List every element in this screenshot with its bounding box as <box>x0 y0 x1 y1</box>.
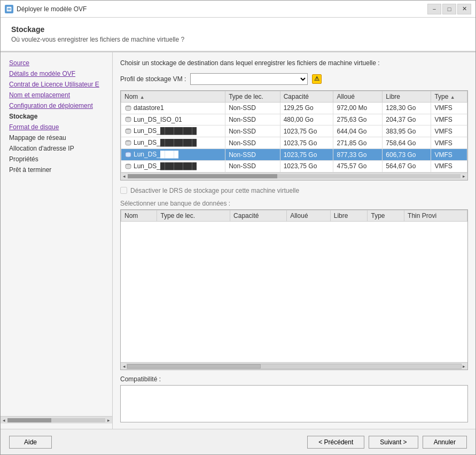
bank-col-thin[interactable]: Thin Provi <box>404 210 467 221</box>
lower-scrollbar[interactable]: ◂ ▸ <box>121 362 467 370</box>
sidebar-item-pret-terminer: Prêt à terminer <box>1 164 112 175</box>
cell-allocated: 972,00 Mo <box>333 102 383 114</box>
cell-free: 606,73 Go <box>383 149 431 161</box>
cell-dtype: VMFS <box>431 114 467 125</box>
sidebar-item-ovf-details[interactable]: Détails de modèle OVF <box>1 68 112 79</box>
svg-rect-0 <box>6 6 12 12</box>
cell-dtype: VMFS <box>431 102 467 114</box>
table-row[interactable]: Lun_DS_████████ Non-SSD 1023,75 Go 475,5… <box>121 160 467 172</box>
bank-col-free[interactable]: Libre <box>330 210 368 221</box>
bank-section-label: Sélectionner une banque de données : <box>120 200 468 207</box>
page-title: Stockage <box>11 25 465 34</box>
cell-dtype: VMFS <box>431 137 467 149</box>
table-row[interactable]: Lun_DS_████████ Non-SSD 1023,75 Go 644,0… <box>121 125 467 137</box>
upper-scroll-left[interactable]: ◂ <box>122 174 127 179</box>
scroll-right-arrow[interactable]: ▸ <box>106 418 111 423</box>
cell-name: Lun_DS_████████ <box>121 137 225 149</box>
cell-type: Non-SSD <box>225 114 280 125</box>
col-header-type[interactable]: Type de lec. <box>225 91 280 102</box>
sidebar-item-source[interactable]: Source <box>1 58 112 68</box>
col-header-free[interactable]: Libre <box>383 91 431 102</box>
cell-allocated: 877,33 Go <box>333 149 383 161</box>
table-row[interactable]: Lun_DS_████████ Non-SSD 1023,75 Go 271,8… <box>121 137 467 149</box>
cancel-button[interactable]: Annuler <box>423 436 467 449</box>
cell-name: Lun_DS_████████ <box>121 160 225 172</box>
cell-dtype: VMFS <box>431 149 467 161</box>
col-header-capacity[interactable]: Capacité <box>280 91 333 102</box>
cell-allocated: 644,04 Go <box>333 125 383 137</box>
sidebar-item-licence[interactable]: Contrat de Licence Utilisateur E <box>1 79 112 90</box>
cell-capacity: 1023,75 Go <box>280 137 333 149</box>
help-button[interactable]: Aide <box>9 436 52 449</box>
lower-scroll-left[interactable]: ◂ <box>122 364 127 369</box>
close-button[interactable]: ✕ <box>457 4 471 14</box>
next-button[interactable]: Suivant > <box>369 436 418 449</box>
drs-checkbox[interactable] <box>120 187 127 194</box>
col-header-name[interactable]: Nom ▲ <box>121 91 225 102</box>
prev-button[interactable]: < Précédent <box>307 436 364 449</box>
cell-capacity: 1023,75 Go <box>280 149 333 161</box>
cell-free: 564,67 Go <box>383 160 431 172</box>
upper-scroll-thumb <box>128 174 277 178</box>
sidebar-item-nom-emplacement[interactable]: Nom et emplacement <box>1 90 112 100</box>
bank-col-type[interactable]: Type de lec. <box>157 210 230 221</box>
cell-capacity: 1023,75 Go <box>280 160 333 172</box>
footer-left: Aide <box>9 436 52 449</box>
sidebar-scroll-container: Source Détails de modèle OVF Contrat de … <box>1 58 112 423</box>
scroll-left-arrow[interactable]: ◂ <box>2 418 6 423</box>
compat-section: Compatibilité : <box>120 375 468 422</box>
lower-scroll-track[interactable] <box>127 364 462 369</box>
upper-scrollbar[interactable]: ◂ ▸ <box>121 172 467 180</box>
profile-select[interactable] <box>190 73 308 85</box>
bank-table: Nom Type de lec. Capacité Alloué Libre T… <box>121 210 467 222</box>
lower-table-container: Nom Type de lec. Capacité Alloué Libre T… <box>120 209 468 370</box>
title-bar: Déployer le modèle OVF − □ ✕ <box>1 1 475 18</box>
sidebar-scroll-track[interactable] <box>7 418 105 422</box>
drs-checkbox-row: Désactiver le DRS de stockage pour cette… <box>120 185 468 197</box>
title-controls: − □ ✕ <box>427 4 471 14</box>
bank-col-name[interactable]: Nom <box>121 210 157 221</box>
lower-scroll-thumb <box>127 364 261 368</box>
cell-name: datastore1 <box>121 102 225 114</box>
cell-allocated: 275,63 Go <box>333 114 383 125</box>
lower-scroll-right[interactable]: ▸ <box>462 364 466 369</box>
col-header-allocated[interactable]: Alloué <box>333 91 383 102</box>
svg-rect-1 <box>7 8 11 9</box>
sidebar-scroll[interactable]: ◂ ▸ <box>1 416 112 423</box>
sidebar-item-config-deploiement[interactable]: Configuration de déploiement <box>1 100 112 111</box>
sidebar-item-proprietes: Propriétés <box>1 154 112 164</box>
lower-table-inner: Nom Type de lec. Capacité Alloué Libre T… <box>121 210 467 362</box>
sidebar-item-mappage-reseau: Mappage de réseau <box>1 132 112 143</box>
cell-capacity: 129,25 Go <box>280 102 333 114</box>
bank-col-allocated[interactable]: Alloué <box>287 210 331 221</box>
sidebar-items-area: Source Détails de modèle OVF Contrat de … <box>1 58 112 416</box>
cell-type: Non-SSD <box>225 160 280 172</box>
table-row[interactable]: datastore1 Non-SSD 129,25 Go 972,00 Mo 1… <box>121 102 467 114</box>
cell-dtype: VMFS <box>431 125 467 137</box>
footer-right: < Précédent Suivant > Annuler <box>307 436 467 449</box>
cell-type: Non-SSD <box>225 125 280 137</box>
table-row[interactable]: Lun_DS_████ Non-SSD 1023,75 Go 877,33 Go… <box>121 149 467 161</box>
warning-icon: ⚠ <box>312 74 322 84</box>
profile-label: Profil de stockage VM : <box>120 75 186 83</box>
table-row[interactable]: Lun_DS_ISO_01 Non-SSD 480,00 Go 275,63 G… <box>121 114 467 125</box>
cell-allocated: 475,57 Go <box>333 160 383 172</box>
cell-allocated: 271,85 Go <box>333 137 383 149</box>
window-title: Déployer le modèle OVF <box>17 5 87 13</box>
datastores-table: Nom ▲ Type de lec. Capacité Alloué Libre… <box>121 91 467 172</box>
cell-name: Lun_DS_ISO_01 <box>121 114 225 125</box>
bank-col-dtype[interactable]: Type <box>368 210 404 221</box>
bank-col-capacity[interactable]: Capacité <box>230 210 287 221</box>
minimize-button[interactable]: − <box>427 4 441 14</box>
cell-free: 128,30 Go <box>383 102 431 114</box>
upper-table-container: Nom ▲ Type de lec. Capacité Alloué Libre… <box>120 90 468 181</box>
upper-scroll-right[interactable]: ▸ <box>462 174 466 179</box>
drs-checkbox-label: Désactiver le DRS de stockage pour cette… <box>130 187 299 194</box>
sidebar-item-format-disque[interactable]: Format de disque <box>1 122 112 132</box>
maximize-button[interactable]: □ <box>442 4 456 14</box>
upper-scroll-track[interactable] <box>128 174 461 178</box>
col-header-dtype[interactable]: Type ▲ <box>431 91 467 102</box>
sidebar-item-stockage: Stockage <box>1 111 112 122</box>
content-area: Source Détails de modèle OVF Contrat de … <box>1 51 475 429</box>
cell-type: Non-SSD <box>225 102 280 114</box>
